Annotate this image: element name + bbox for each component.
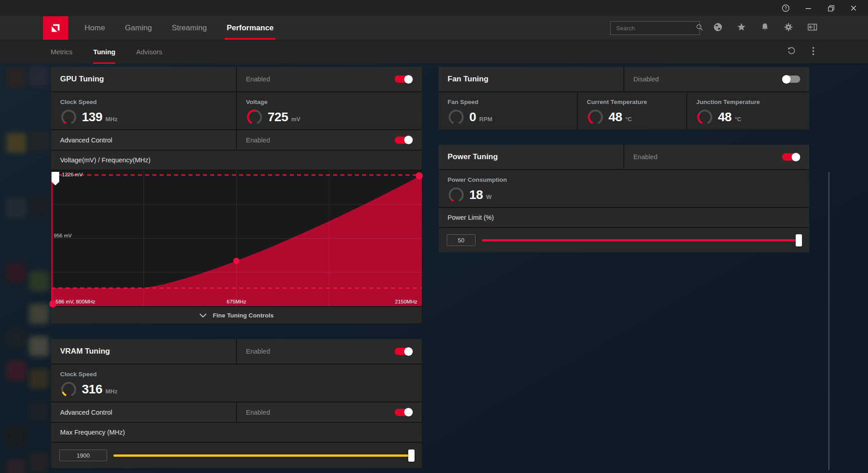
power-limit-slider-row: [439, 228, 809, 252]
nav-icons: [713, 23, 868, 33]
nav-item-streaming[interactable]: Streaming: [172, 16, 207, 40]
gpu-tuning-card: GPU Tuning Enabled Clock Speed 139 MHz V…: [51, 67, 422, 323]
tab-tuning[interactable]: Tuning: [93, 40, 115, 64]
restore-button[interactable]: [826, 4, 835, 13]
gpu-tuning-header: GPU Tuning: [51, 67, 236, 91]
desktop-icon-blur: [29, 369, 49, 389]
tab-advisors[interactable]: Advisors: [136, 40, 162, 64]
power-tuning-toggle[interactable]: [782, 153, 800, 161]
card-title: GPU Tuning: [51, 75, 104, 84]
stat-label: Clock Speed: [60, 371, 413, 378]
stat-unit: °C: [735, 116, 741, 123]
fan-tuning-toggle[interactable]: [782, 76, 800, 83]
slider-handle[interactable]: [796, 234, 802, 246]
scrollbar[interactable]: [828, 172, 830, 470]
max-frequency-label: Max Frequency (MHz): [51, 429, 125, 436]
more-options-icon[interactable]: [812, 47, 815, 57]
card-title: VRAM Tuning: [51, 347, 110, 356]
junction-temp-gauge-icon: [696, 109, 713, 126]
toggle-knob: [404, 75, 413, 84]
fan-speed-gauge-icon: [448, 109, 465, 126]
advanced-control-label: Advanced Control: [51, 137, 112, 144]
stat-label: Current Temperature: [587, 99, 677, 105]
stat-label: Junction Temperature: [696, 99, 800, 105]
stat-value: 18: [469, 188, 483, 202]
search-icon[interactable]: [696, 24, 703, 33]
current-temperature-stat: Current Temperature 48 °C: [578, 92, 686, 129]
fan-tuning-card: Fan Tuning Disabled Fan Speed 0 RPM Curr…: [439, 67, 809, 129]
desktop-icon-blur: [6, 459, 26, 473]
desktop-icon-blur: [29, 196, 49, 216]
stat-unit: °C: [625, 116, 632, 123]
desktop-icon-blur: [6, 263, 26, 283]
gpu-tuning-toggle[interactable]: [395, 76, 413, 83]
power-tuning-card: Power Tuning Enabled Power Consumption 1…: [439, 145, 809, 252]
max-frequency-input[interactable]: [59, 449, 107, 461]
stat-unit: mV: [291, 116, 300, 123]
nav-item-home[interactable]: Home: [85, 16, 105, 40]
power-limit-slider[interactable]: [482, 239, 801, 241]
nav-item-gaming[interactable]: Gaming: [125, 16, 152, 40]
junction-temperature-stat: Junction Temperature 48 °C: [687, 92, 809, 129]
stat-value: 0: [469, 110, 476, 124]
slider-handle[interactable]: [408, 449, 415, 462]
close-button[interactable]: [849, 4, 858, 13]
vram-clock-gauge-icon: [60, 381, 77, 398]
bell-icon[interactable]: [760, 23, 769, 33]
gpu-clock-speed-stat: Clock Speed 139 MHz: [51, 92, 236, 129]
desktop-icon-blur: [29, 304, 49, 324]
search-input[interactable]: [616, 25, 696, 32]
globe-icon[interactable]: [713, 23, 722, 33]
minimize-button[interactable]: [804, 4, 813, 13]
gpu-state-label: Enabled: [246, 76, 270, 83]
voltage-frequency-chart-title: Voltage(mV) / Frequency(MHz): [51, 156, 151, 164]
desktop-icon-blur: [6, 68, 26, 88]
vram-state-label: Enabled: [246, 348, 270, 355]
power-state-label: Enabled: [633, 153, 657, 161]
nav-items: Home Gaming Streaming Performance: [85, 16, 274, 40]
main-navbar: Home Gaming Streaming Performance: [0, 16, 868, 40]
stat-value: 316: [82, 382, 102, 397]
desktop-icon-blur: [29, 66, 49, 86]
toggle-knob: [404, 136, 413, 144]
toggle-knob: [404, 347, 413, 356]
stat-label: Power Consumption: [448, 176, 800, 183]
toggle-knob: [792, 153, 800, 161]
desktop-icon-blur: [29, 336, 49, 356]
max-frequency-slider-row: [51, 443, 422, 468]
reset-icon[interactable]: [787, 47, 796, 57]
stat-unit: MHz: [105, 388, 118, 395]
desktop-icon-blur: [29, 452, 49, 472]
desktop-icon-blur: [29, 402, 49, 421]
tab-metrics[interactable]: Metrics: [51, 40, 72, 64]
stat-value: 48: [718, 110, 731, 124]
fine-tuning-controls-expander[interactable]: Fine Tuning Controls: [51, 307, 422, 323]
stat-unit: RPM: [479, 116, 492, 123]
power-limit-input[interactable]: [447, 234, 476, 246]
stat-unit: W: [486, 194, 491, 200]
advanced-state-label: Enabled: [246, 409, 270, 416]
voltage-frequency-chart[interactable]: 1226 mV 956 mV 586 mV, 800MHz 675MHz 215…: [51, 170, 422, 306]
current-temp-gauge-icon: [587, 109, 604, 126]
voltage-gauge-icon: [246, 109, 263, 126]
nav-item-performance[interactable]: Performance: [226, 16, 274, 40]
gear-icon[interactable]: [784, 23, 793, 33]
collapse-panel-icon[interactable]: [807, 23, 817, 33]
vram-advanced-toggle[interactable]: [395, 409, 413, 416]
subnav-items: Metrics Tuning Advisors: [51, 40, 162, 64]
amd-logo[interactable]: [43, 16, 68, 40]
max-frequency-slider[interactable]: [113, 454, 414, 457]
gpu-advanced-toggle[interactable]: [395, 137, 413, 144]
stat-value: 48: [609, 110, 622, 124]
stat-label: Clock Speed: [60, 99, 227, 105]
stat-label: Voltage: [246, 99, 413, 105]
help-icon[interactable]: ?: [781, 4, 790, 13]
desktop-icon-blur: [6, 361, 26, 381]
vram-tuning-toggle[interactable]: [395, 348, 413, 355]
search-box[interactable]: [610, 21, 700, 35]
toggle-knob: [782, 75, 791, 84]
clock-speed-gauge-icon: [60, 109, 77, 126]
stat-unit: MHz: [105, 116, 118, 123]
star-icon[interactable]: [737, 23, 746, 33]
stat-value: 139: [82, 110, 102, 124]
